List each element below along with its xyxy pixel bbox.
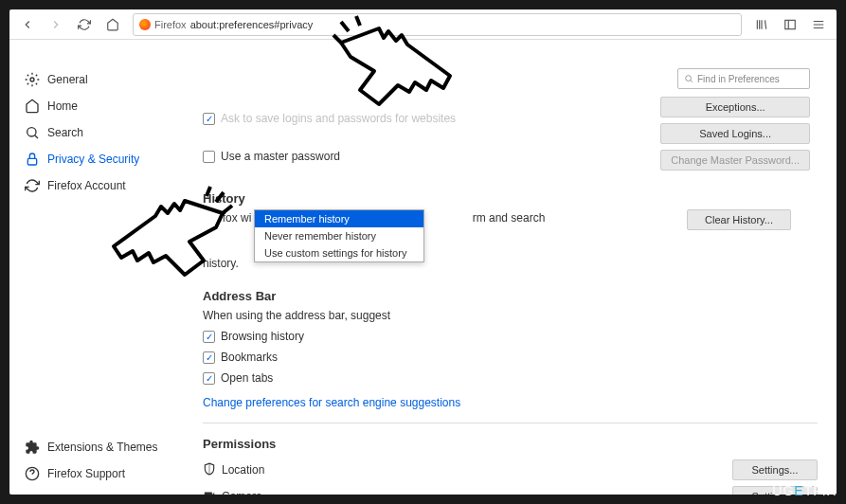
addressbar-heading: Address Bar: [203, 289, 818, 303]
checkbox-label: Browsing history: [221, 330, 304, 343]
history-mode-dropdown[interactable]: Remember history Never remember history …: [254, 209, 424, 262]
permission-label: Camera: [222, 490, 262, 495]
suggest-bookmarks-checkbox[interactable]: Bookmarks: [203, 347, 818, 368]
location-icon: [203, 462, 216, 478]
menu-button[interactable]: [806, 12, 831, 37]
url-text: about:preferences#privacy: [190, 19, 314, 30]
sidebar-item-general[interactable]: General: [9, 66, 184, 93]
home-button[interactable]: [100, 12, 125, 37]
checkbox-label: Ask to save logins and passwords for web…: [221, 112, 456, 125]
sidebar-item-label: Extensions & Themes: [47, 441, 158, 454]
sidebar-item-label: Home: [47, 99, 78, 113]
camera-icon: [203, 489, 216, 495]
dropdown-option-remember[interactable]: Remember history: [255, 210, 423, 227]
search-placeholder: Find in Preferences: [697, 74, 780, 84]
lock-icon: [25, 152, 40, 167]
sidebar-item-label: Search: [47, 126, 83, 139]
home-icon: [25, 99, 40, 114]
sidebar-item-privacy[interactable]: Privacy & Security: [9, 146, 184, 172]
sidebar-item-extensions[interactable]: Extensions & Themes: [9, 434, 184, 460]
location-settings-button[interactable]: Settings...: [732, 459, 818, 480]
checkbox-label: Bookmarks: [221, 351, 278, 364]
saved-logins-button[interactable]: Saved Logins...: [660, 123, 810, 144]
search-suggestions-link[interactable]: Change preferences for search engine sug…: [203, 396, 818, 409]
search-icon: [25, 125, 40, 140]
dropdown-option-never[interactable]: Never remember history: [255, 227, 423, 244]
app-label: Firefox: [154, 19, 187, 30]
reload-button[interactable]: [72, 12, 97, 37]
exceptions-button[interactable]: Exceptions...: [660, 97, 810, 117]
suggest-browsing-history-checkbox[interactable]: Browsing history: [203, 326, 818, 347]
sync-icon: [25, 178, 40, 193]
preferences-main: Find in Preferences Exceptions... Saved …: [184, 40, 837, 495]
sidebar-item-home[interactable]: Home: [9, 93, 184, 119]
svg-rect-3: [27, 158, 36, 165]
sidebar-item-search[interactable]: Search: [9, 119, 184, 146]
gear-icon: [25, 72, 40, 87]
preferences-sidebar: General Home Search Privacy & Security F…: [9, 40, 184, 495]
svg-point-1: [30, 78, 34, 81]
clear-history-button[interactable]: Clear History...: [687, 209, 791, 230]
sidebar-item-label: Privacy & Security: [47, 153, 139, 166]
addressbar-desc: When using the address bar, suggest: [203, 309, 818, 322]
change-master-password-button: Change Master Password...: [660, 150, 810, 171]
sidebar-item-support[interactable]: Firefox Support: [9, 460, 184, 487]
browser-toolbar: Firefox about:preferences#privacy: [9, 9, 837, 40]
library-button[interactable]: [749, 12, 774, 37]
search-icon: [684, 74, 693, 83]
find-preferences-input[interactable]: Find in Preferences: [677, 68, 810, 89]
history-trailing: rm and search: [473, 211, 546, 225]
sidebar-item-label: General: [47, 73, 88, 86]
history-heading: History: [203, 191, 818, 206]
sidebar-item-label: Firefox Support: [47, 467, 125, 480]
url-bar[interactable]: Firefox about:preferences#privacy: [133, 13, 742, 36]
dropdown-option-custom[interactable]: Use custom settings for history: [255, 244, 423, 261]
history-prefix: Firefox wi: [203, 211, 251, 225]
checkbox-icon: [203, 151, 215, 163]
svg-point-2: [27, 128, 36, 136]
question-icon: [25, 466, 40, 481]
sidebar-item-label: Firefox Account: [47, 179, 126, 192]
forward-button[interactable]: [44, 12, 68, 37]
svg-rect-0: [785, 20, 796, 28]
checkbox-label: Open tabs: [221, 371, 273, 385]
divider: [203, 423, 818, 423]
sidebar-item-account[interactable]: Firefox Account: [9, 172, 184, 199]
checkbox-icon: [203, 351, 215, 364]
checkbox-label: Use a master password: [221, 150, 340, 163]
permission-label: Location: [222, 463, 264, 477]
firefox-icon: [139, 19, 151, 30]
watermark: UGETFIX: [772, 483, 837, 498]
suggest-open-tabs-checkbox[interactable]: Open tabs: [203, 368, 818, 388]
checkbox-icon: [203, 113, 215, 125]
permissions-heading: Permissions: [203, 437, 818, 451]
svg-point-5: [686, 76, 692, 81]
sidebar-button[interactable]: [778, 12, 802, 37]
puzzle-icon: [25, 440, 40, 455]
checkbox-icon: [203, 331, 215, 343]
back-button[interactable]: [15, 12, 40, 37]
checkbox-icon: [203, 372, 215, 385]
